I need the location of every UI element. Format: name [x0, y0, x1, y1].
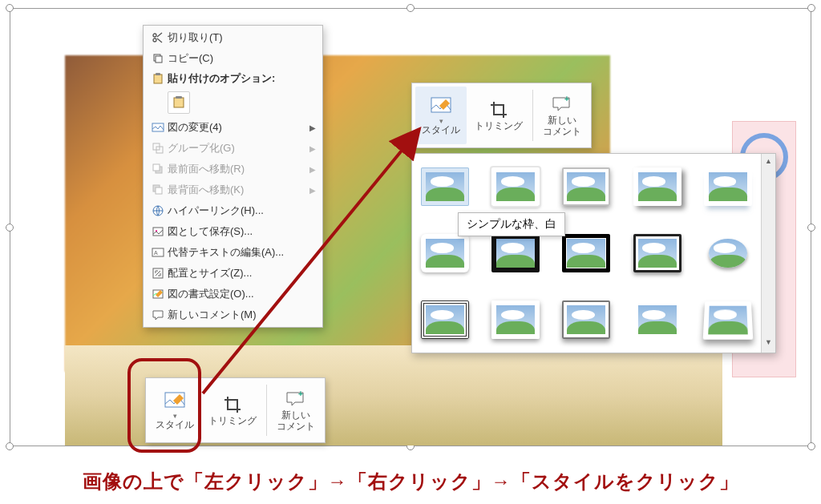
- selection-handle[interactable]: [406, 4, 415, 12]
- toolbar-divider: [266, 385, 267, 436]
- svg-rect-5: [176, 96, 182, 99]
- paste-icon: [148, 72, 168, 85]
- svg-rect-10: [153, 164, 160, 171]
- menu-item-label: 最前面へ移動(R): [168, 162, 309, 176]
- menu-item-size-position[interactable]: 配置とサイズ(Z)...: [144, 263, 322, 284]
- menu-item-bring-front: 最前面へ移動(R) ▶: [144, 159, 322, 179]
- menu-paste-option-row: [144, 88, 322, 117]
- selection-frame: 切り取り(T) コピー(C) 貼り付けのオプション: 図の変更(4) ▶: [10, 8, 811, 446]
- button-label: トリミング: [208, 416, 257, 427]
- scroll-up-icon[interactable]: ▲: [763, 157, 774, 168]
- menu-item-label: 図として保存(S)...: [168, 224, 316, 239]
- menu-item-group: グループ化(G) ▶: [144, 138, 322, 159]
- button-label: 新しいコメント: [277, 410, 315, 433]
- bring-front-icon: [148, 163, 168, 175]
- button-label: スタイル: [422, 125, 460, 136]
- save-picture-icon: [148, 225, 168, 238]
- size-icon: [148, 267, 168, 280]
- style-thumb-metal-frame[interactable]: [562, 167, 610, 206]
- menu-item-hyperlink[interactable]: ハイパーリンク(H)...: [144, 200, 322, 221]
- svg-rect-12: [156, 187, 162, 194]
- picture-style-icon: [431, 95, 451, 117]
- mini-toolbar: ▾ スタイル トリミング + 新しいコメント: [411, 83, 592, 148]
- selection-handle[interactable]: [807, 4, 815, 12]
- selection-handle[interactable]: [6, 4, 14, 12]
- gallery-scrollbar[interactable]: ▲ ▼: [761, 154, 775, 353]
- comment-add-icon: +: [285, 388, 306, 410]
- new-comment-button[interactable]: + 新しいコメント: [536, 87, 588, 144]
- svg-text:+: +: [564, 95, 569, 103]
- button-label: 新しいコメント: [543, 115, 581, 138]
- menu-item-copy[interactable]: コピー(C): [144, 48, 322, 69]
- menu-item-label: 図の変更(4): [168, 120, 309, 135]
- svg-rect-3: [156, 73, 160, 75]
- style-thumb-thick-matte-black[interactable]: [491, 300, 540, 339]
- chevron-right-icon: ▶: [309, 123, 316, 132]
- menu-item-label: ハイパーリンク(H)...: [168, 204, 316, 218]
- style-thumb-simple-frame-white[interactable]: [421, 167, 469, 206]
- svg-rect-1: [156, 56, 162, 62]
- menu-item-label: 新しいコメント(M): [168, 308, 316, 322]
- style-thumb-perspective-shadow[interactable]: [703, 302, 754, 341]
- crop-icon: [489, 99, 508, 121]
- menu-item-label: コピー(C): [168, 51, 316, 66]
- button-label: トリミング: [475, 121, 523, 132]
- selection-handle[interactable]: [807, 442, 815, 450]
- menu-paste-options-header: 貼り付けのオプション:: [144, 69, 322, 88]
- menu-item-label: 最背面へ移動(K): [168, 183, 309, 197]
- menu-item-label: 切り取り(T): [168, 30, 316, 45]
- paste-option-picture[interactable]: [168, 91, 190, 114]
- scroll-down-icon[interactable]: ▼: [763, 338, 774, 349]
- svg-text:A: A: [154, 250, 158, 256]
- gallery-grid: [412, 154, 761, 353]
- style-tooltip: シンプルな枠、白: [458, 212, 565, 236]
- context-menu: 切り取り(T) コピー(C) 貼り付けのオプション: 図の変更(4) ▶: [143, 25, 323, 328]
- crop-button[interactable]: トリミング: [468, 87, 529, 144]
- style-thumb-rounded-diagonal[interactable]: [562, 300, 610, 339]
- svg-rect-2: [154, 75, 162, 83]
- comment-add-icon: +: [552, 93, 572, 115]
- selection-handle[interactable]: [6, 224, 14, 232]
- chevron-right-icon: ▶: [309, 186, 316, 195]
- style-thumb-beveled-oval-black[interactable]: [704, 234, 752, 272]
- style-button[interactable]: ▾ スタイル: [415, 87, 467, 144]
- selection-handle[interactable]: [6, 442, 14, 450]
- crop-button[interactable]: トリミング: [202, 381, 263, 439]
- chevron-right-icon: ▶: [309, 144, 316, 153]
- style-thumb-soft-edge[interactable]: [421, 234, 469, 272]
- link-icon: [148, 204, 168, 217]
- selection-handle[interactable]: [807, 224, 815, 232]
- svg-text:+: +: [298, 390, 303, 398]
- style-thumb-double-frame-black[interactable]: [491, 234, 540, 272]
- menu-item-save-as-picture[interactable]: 図として保存(S)...: [144, 221, 322, 242]
- menu-item-alt-text[interactable]: A 代替テキストの編集(A)...: [144, 242, 322, 263]
- new-comment-button[interactable]: + 新しいコメント: [270, 381, 322, 439]
- style-thumb-beveled-matte[interactable]: [491, 167, 540, 206]
- toolbar-divider: [532, 90, 533, 141]
- group-icon: [148, 142, 168, 155]
- menu-item-change-picture[interactable]: 図の変更(4) ▶: [144, 117, 322, 138]
- style-thumb-moderate-frame-black[interactable]: [633, 234, 681, 272]
- style-thumb-drop-shadow[interactable]: [633, 167, 681, 206]
- chevron-right-icon: ▶: [309, 165, 316, 174]
- menu-item-new-comment[interactable]: 新しいコメント(M): [144, 304, 322, 325]
- scissors-icon: [148, 31, 168, 44]
- style-thumb-compound-frame-black[interactable]: [562, 234, 610, 272]
- menu-item-cut[interactable]: 切り取り(T): [144, 27, 322, 48]
- svg-rect-4: [174, 98, 184, 107]
- picture-style-gallery: ▲ ▼: [411, 153, 776, 353]
- alt-text-icon: A: [148, 246, 168, 259]
- copy-icon: [148, 52, 168, 65]
- style-thumb-snip-diagonal[interactable]: [633, 300, 681, 339]
- menu-item-label: 貼り付けのオプション:: [168, 71, 316, 86]
- send-back-icon: [148, 183, 168, 196]
- style-thumb-reflected-rounded[interactable]: [704, 167, 752, 206]
- menu-item-send-back: 最背面へ移動(K) ▶: [144, 179, 322, 200]
- comment-icon: [148, 308, 168, 321]
- menu-item-format-picture[interactable]: 図の書式設定(O)...: [144, 284, 322, 304]
- crop-icon: [223, 393, 242, 416]
- instruction-caption: 画像の上で「左クリック」→「右クリック」→「スタイルをクリック」: [0, 469, 821, 494]
- picture-icon: [148, 121, 168, 134]
- style-thumb-center-shadow[interactable]: [421, 300, 469, 339]
- menu-item-label: 代替テキストの編集(A)...: [168, 245, 316, 260]
